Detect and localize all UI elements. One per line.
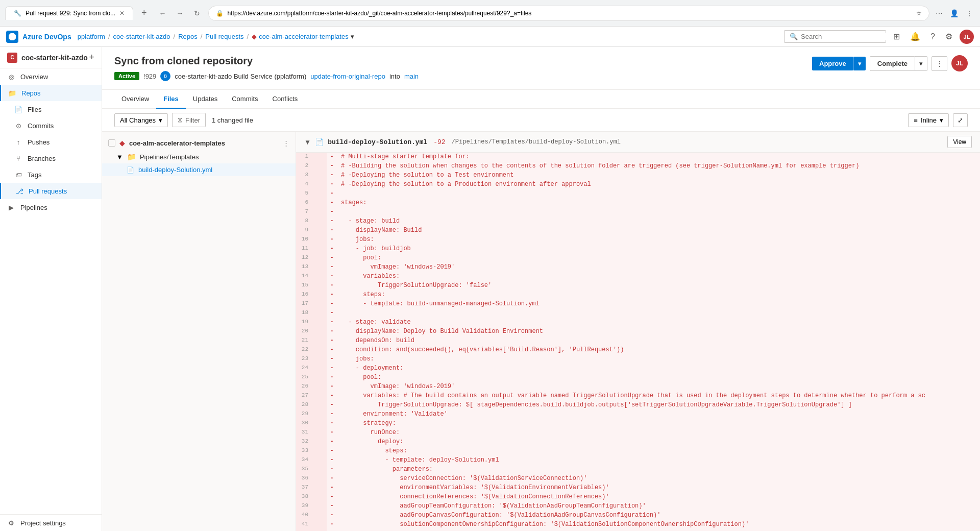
app-logo-text: Azure DevOps: [22, 33, 71, 41]
sidebar-item-overview[interactable]: ◎ Overview: [0, 68, 102, 85]
browser-actions: ⋯ 👤 ⋮: [934, 7, 975, 19]
forward-button[interactable]: →: [173, 7, 188, 19]
sidebar-item-project-settings[interactable]: ⚙ Project settings: [0, 515, 102, 531]
sidebar: C coe-starter-kit-azdo + ◎ Overview 📁 Re…: [0, 47, 102, 531]
diff-sign: -: [327, 162, 337, 171]
notification-button[interactable]: 🔔: [907, 29, 923, 44]
new-tab-button[interactable]: +: [137, 6, 151, 20]
diff-code: serviceConnection: '$(ValidationServiceC…: [337, 474, 980, 484]
back-button[interactable]: ←: [155, 7, 170, 19]
diff-view-button[interactable]: View: [947, 136, 972, 148]
all-changes-button[interactable]: All Changes ▾: [114, 113, 168, 127]
settings-icon-button[interactable]: ⚙: [942, 29, 955, 44]
add-project-button[interactable]: +: [89, 52, 94, 63]
complete-dropdown-button[interactable]: ▾: [915, 56, 927, 71]
diff-code: vmImage: 'windows-2019': [337, 382, 980, 392]
breadcrumb-project[interactable]: coe-starter-kit-azdo: [113, 33, 170, 40]
diff-line-num-right: [311, 419, 327, 428]
tags-icon: 🏷: [14, 171, 22, 179]
folder-row[interactable]: ▼ 📁 Pipelines/Templates: [102, 150, 296, 163]
approve-button[interactable]: Approve: [812, 57, 853, 70]
diff-line-num-left: 36: [296, 474, 311, 484]
diff-sign: -: [327, 392, 337, 401]
sidebar-item-branches[interactable]: ⑂ Branches: [0, 150, 102, 166]
diff-sign: -: [327, 336, 337, 346]
breadcrumb-repos[interactable]: Repos: [178, 33, 198, 40]
diff-line-num-left: 37: [296, 484, 311, 493]
main-layout: C coe-starter-kit-azdo + ◎ Overview 📁 Re…: [0, 47, 980, 531]
file-row[interactable]: 📄 build-deploy-Solution.yml: [102, 163, 296, 176]
diff-sign: -: [327, 254, 337, 263]
diff-line-num-right: [311, 373, 327, 382]
sidebar-item-pushes[interactable]: ↑ Pushes: [0, 134, 102, 150]
approve-button-group: Approve ▾: [812, 57, 866, 70]
files-icon: 📄: [14, 105, 22, 113]
search-box[interactable]: 🔍: [784, 30, 886, 43]
inline-view-button[interactable]: ≡ Inline ▾: [908, 113, 949, 127]
diff-sign: -: [327, 180, 337, 189]
breadcrumb-dropdown-icon[interactable]: ▾: [351, 33, 354, 40]
tab-files[interactable]: Files: [156, 90, 186, 109]
tab-overview[interactable]: Overview: [114, 90, 156, 109]
help-button[interactable]: ?: [927, 29, 938, 44]
sidebar-item-pipelines[interactable]: ▶ Pipelines: [0, 199, 102, 215]
diff-line-row: 4 - # -Deploying the solution to a Produ…: [296, 180, 980, 189]
diff-sign: -: [327, 327, 337, 336]
diff-code: pool:: [337, 254, 980, 263]
diff-sign: -: [327, 502, 337, 511]
diff-sign: -: [327, 272, 337, 281]
sidebar-item-repos[interactable]: 📁 Repos: [0, 85, 102, 101]
diff-code: - job: buildjob: [337, 245, 980, 254]
file-tree-root[interactable]: ◆ coe-alm-accelerator-templates ⋮: [102, 136, 296, 150]
diff-line-num-right: [311, 281, 327, 291]
complete-button[interactable]: Complete: [870, 56, 915, 71]
breadcrumb-pull-requests[interactable]: Pull requests: [205, 33, 243, 40]
more-options-button[interactable]: ⋮: [932, 56, 947, 71]
url-input[interactable]: [228, 10, 912, 17]
diff-sign: -: [327, 263, 337, 272]
sidebar-item-tags[interactable]: 🏷 Tags: [0, 166, 102, 183]
grid-view-button[interactable]: ⊞: [890, 29, 903, 44]
tab-updates[interactable]: Updates: [186, 90, 225, 109]
root-checkbox[interactable]: [108, 139, 115, 147]
pr-target-branch[interactable]: main: [404, 73, 419, 80]
diff-line-num-left: 23: [296, 355, 311, 364]
tab-conflicts[interactable]: Conflicts: [265, 90, 305, 109]
tab-close-button[interactable]: ✕: [119, 10, 125, 17]
diff-code: deploy:: [337, 438, 980, 447]
approve-dropdown-button[interactable]: ▾: [853, 57, 866, 70]
settings-button[interactable]: ⋮: [964, 7, 975, 19]
sidebar-item-pull-requests[interactable]: ⎇ Pull requests: [0, 183, 102, 199]
refresh-button[interactable]: ↻: [190, 7, 204, 19]
diff-line-num-right: [311, 309, 327, 318]
tree-more-icon[interactable]: ⋮: [283, 139, 289, 147]
diff-line-row: 11 - - job: buildjob: [296, 245, 980, 254]
sidebar-item-files[interactable]: 📄 Files: [0, 101, 102, 117]
diff-line-num-left: 18: [296, 309, 311, 318]
search-input[interactable]: [801, 33, 887, 40]
diff-code: TriggerSolutionUpgrade: $[ stageDependen…: [337, 401, 980, 410]
diff-line-row: 7 -: [296, 208, 980, 217]
pr-source-branch[interactable]: update-from-original-repo: [310, 73, 385, 80]
inline-icon: ≡: [914, 116, 918, 124]
browser-tab[interactable]: 🔧 Pull request 929: Sync from clo... ✕: [5, 6, 133, 20]
diff-line-num-right: [311, 318, 327, 327]
sidebar-item-commits[interactable]: ⊙ Commits: [0, 117, 102, 134]
tab-commits[interactable]: Commits: [225, 90, 265, 109]
diff-collapse-button[interactable]: ▼: [304, 138, 311, 146]
profile-button[interactable]: 👤: [948, 7, 961, 19]
bookmark-icon[interactable]: ☆: [916, 10, 922, 17]
diff-line-num-right: [311, 355, 327, 364]
diff-line-num-right: [311, 254, 327, 263]
expand-diff-button[interactable]: ⤢: [953, 113, 968, 127]
diff-line-num-left: 5: [296, 189, 311, 199]
filter-button[interactable]: ⧖ Filter: [172, 113, 206, 127]
extensions-button[interactable]: ⋯: [934, 7, 945, 19]
org-icon: C: [7, 53, 17, 63]
pushes-icon: ↑: [14, 138, 22, 146]
breadcrumb-pplatform[interactable]: pplatform: [78, 33, 105, 40]
breadcrumb-repo-link[interactable]: coe-alm-accelerator-templates: [259, 33, 349, 40]
diff-line-num-right: [311, 162, 327, 171]
user-avatar[interactable]: JL: [960, 30, 974, 44]
diff-count: -92: [433, 138, 445, 146]
